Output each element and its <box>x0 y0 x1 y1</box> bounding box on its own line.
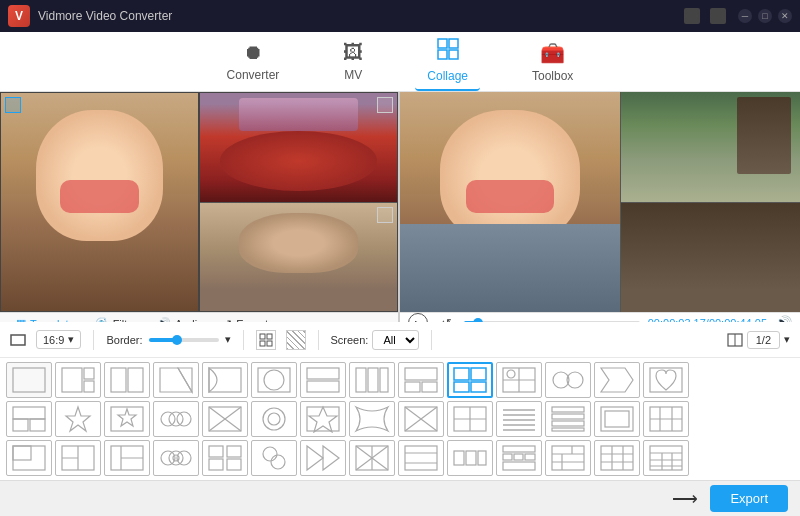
template-butterfly[interactable] <box>349 401 395 437</box>
svg-rect-109 <box>514 454 523 460</box>
svg-rect-106 <box>478 451 486 465</box>
template-slash[interactable] <box>153 362 199 398</box>
template-rings3[interactable] <box>251 440 297 476</box>
template-rings[interactable] <box>251 401 297 437</box>
collage-cell-2[interactable] <box>200 93 397 203</box>
playback-bar: ▶ ↺ 00:00:03.17/00:00:44.05 🔊 <box>400 312 800 322</box>
export-tab[interactable]: ↗ Export <box>215 313 276 322</box>
preview-right-cells <box>620 92 800 312</box>
template-row-3 <box>6 440 794 476</box>
export-button[interactable]: Export <box>710 485 788 512</box>
title-bar-icons <box>684 8 726 24</box>
template-grid-oo[interactable] <box>545 362 591 398</box>
template-grid-c[interactable] <box>643 401 689 437</box>
template-stair[interactable] <box>6 401 52 437</box>
border-pattern-button[interactable] <box>256 330 276 350</box>
template-single[interactable] <box>6 362 52 398</box>
ratio-select[interactable]: 16:9 ▾ <box>36 330 81 349</box>
progress-bar[interactable] <box>464 321 640 322</box>
template-grid-3x3[interactable] <box>594 440 640 476</box>
template-lines-h[interactable] <box>496 401 542 437</box>
template-arrow-r[interactable] <box>594 362 640 398</box>
pattern-grid-icon <box>259 333 273 347</box>
svg-rect-89 <box>209 446 223 457</box>
svg-rect-25 <box>368 368 378 392</box>
template-grid <box>0 358 800 480</box>
template-pinwheel[interactable] <box>202 401 248 437</box>
minimize-button[interactable]: ─ <box>738 9 752 23</box>
template-two-h[interactable] <box>104 362 150 398</box>
close-button[interactable]: ✕ <box>778 9 792 23</box>
template-corner[interactable] <box>6 440 52 476</box>
screen-dropdown[interactable]: All <box>372 330 419 350</box>
border-texture-button[interactable] <box>286 330 306 350</box>
nav-item-collage[interactable]: Collage <box>415 32 480 91</box>
template-grid-mixed[interactable] <box>545 440 591 476</box>
template-star[interactable] <box>55 401 101 437</box>
template-two-h-narrow[interactable] <box>300 362 346 398</box>
template-pill[interactable] <box>251 362 297 398</box>
title-bar: V Vidmore Video Converter ─ □ ✕ <box>0 0 800 32</box>
template-grid-5[interactable] <box>643 440 689 476</box>
filter-tab[interactable]: 🌊 Filter <box>87 313 145 322</box>
template-grid-2x2[interactable] <box>447 401 493 437</box>
collage-icon <box>437 38 459 65</box>
collage-cell-1[interactable] <box>0 92 199 312</box>
template-shape1[interactable] <box>55 440 101 476</box>
audio-tab[interactable]: 🔊 Audio <box>149 313 211 322</box>
svg-rect-11 <box>13 368 45 392</box>
svg-rect-12 <box>62 368 82 392</box>
svg-rect-23 <box>307 381 339 392</box>
collage-cell-3[interactable] <box>200 203 397 312</box>
template-grid-r[interactable] <box>594 401 640 437</box>
svg-rect-8 <box>267 341 272 346</box>
border-slider-wrapper[interactable] <box>149 338 219 342</box>
template-circles3[interactable] <box>153 401 199 437</box>
nav-item-toolbox[interactable]: 🧰 Toolbox <box>520 35 585 89</box>
template-tab[interactable]: ▦ Template <box>8 313 83 322</box>
template-grid-2x2b[interactable] <box>202 440 248 476</box>
template-grid4[interactable] <box>496 362 542 398</box>
svg-marker-18 <box>178 368 192 392</box>
svg-rect-0 <box>438 39 447 48</box>
progress-thumb <box>473 318 483 322</box>
template-square-grid[interactable] <box>447 440 493 476</box>
template-arrows-x[interactable] <box>398 401 444 437</box>
svg-point-53 <box>268 413 280 425</box>
template-heart[interactable] <box>643 362 689 398</box>
loop-button[interactable]: ↺ <box>436 313 456 322</box>
nav-bar: ⏺ Converter 🖼 MV Collage 🧰 Toolbox <box>0 32 800 92</box>
template-curve[interactable] <box>202 362 248 398</box>
mv-icon: 🖼 <box>343 41 363 64</box>
maximize-button[interactable]: □ <box>758 9 772 23</box>
nav-item-mv[interactable]: 🖼 MV <box>331 35 375 88</box>
template-h-bars[interactable] <box>398 440 444 476</box>
dropdown-arrow: ▾ <box>225 333 231 346</box>
play-button[interactable]: ▶ <box>408 313 428 322</box>
editor-toolbar: ▦ Template 🌊 Filter 🔊 Audio ↗ Export <box>0 312 398 322</box>
template-grid-x[interactable] <box>349 440 395 476</box>
template-num-grid[interactable] <box>496 440 542 476</box>
template-play-fwd[interactable] <box>300 440 346 476</box>
svg-marker-47 <box>118 409 136 426</box>
template-rings2[interactable] <box>153 440 199 476</box>
svg-rect-30 <box>454 368 469 380</box>
template-three-eq[interactable] <box>349 362 395 398</box>
nav-item-converter[interactable]: ⏺ Converter <box>215 35 292 88</box>
template-star-o[interactable] <box>104 401 150 437</box>
template-star4[interactable] <box>300 401 346 437</box>
svg-rect-13 <box>84 368 94 379</box>
template-active-grid[interactable] <box>447 362 493 398</box>
template-shape2[interactable] <box>104 440 150 476</box>
svg-point-37 <box>507 370 515 378</box>
svg-rect-107 <box>503 446 535 452</box>
svg-marker-45 <box>66 407 90 431</box>
content-area: ▦ Template 🌊 Filter 🔊 Audio ↗ Export <box>0 92 800 322</box>
template-lines-h2[interactable] <box>545 401 591 437</box>
preview-container <box>400 92 800 312</box>
template-two-left-big[interactable] <box>55 362 101 398</box>
svg-point-88 <box>173 455 179 461</box>
volume-icon[interactable]: 🔊 <box>775 315 792 322</box>
template-three-top[interactable] <box>398 362 444 398</box>
border-slider[interactable] <box>149 338 219 342</box>
